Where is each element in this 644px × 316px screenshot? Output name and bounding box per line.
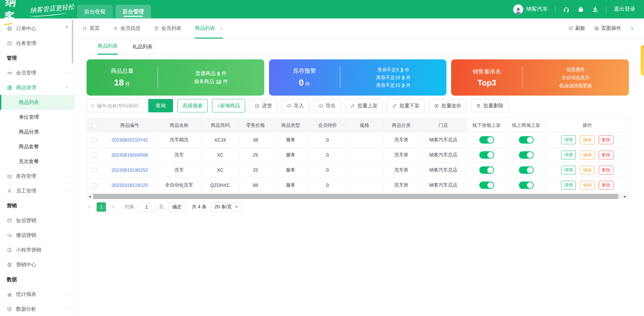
batch-offshelf-button[interactable]: 批量下架 — [387, 99, 425, 112]
tab-backend-admin[interactable]: 后台管理 — [115, 5, 151, 18]
monitor-chart-icon — [7, 306, 12, 312]
search-input[interactable] — [97, 103, 143, 108]
user-account[interactable]: 纳客汽车 — [513, 4, 548, 14]
sidebar-collapse-icon[interactable] — [64, 24, 69, 29]
sidebar-item-goods-list[interactable]: 商品列表 — [0, 95, 74, 110]
crumb-tab-member-list[interactable]: 会员列表 — [154, 18, 181, 38]
sidebar-scrollbar-thumb[interactable] — [72, 20, 73, 63]
crumb-tab-home[interactable]: 首页 — [82, 18, 100, 38]
prev-page-icon[interactable] — [87, 204, 92, 210]
row-checkbox[interactable] — [92, 153, 97, 158]
detail-button[interactable]: 详情 — [561, 136, 576, 144]
scroll-right-arrow-icon[interactable]: ► — [624, 195, 627, 198]
sidebar-item-staff-management[interactable]: 员工管理 — [0, 183, 74, 198]
offline-shelf-toggle[interactable] — [479, 181, 494, 189]
detail-button[interactable]: 详情 — [561, 151, 576, 159]
download-icon[interactable] — [592, 6, 599, 13]
goods-code-link[interactable]: 20230620110742 — [112, 137, 148, 143]
sidebar-item-goods-management[interactable]: 商品管理 — [0, 80, 74, 95]
online-shelf-toggle[interactable] — [519, 181, 534, 189]
sidebar-item-unit-management[interactable]: 单位管理 — [0, 110, 74, 124]
search-button[interactable]: 查询 — [148, 99, 173, 112]
topbar-right: 纳客汽车 退出登录 — [513, 4, 644, 14]
chevron-right-icon[interactable] — [630, 26, 635, 31]
lock-icon[interactable] — [577, 6, 584, 13]
offline-shelf-toggle[interactable] — [479, 136, 494, 144]
wechat-icon — [7, 232, 12, 238]
batch-price-button[interactable]: 批量改价 — [429, 99, 467, 112]
goods-code-link[interactable]: 20230619204508 — [111, 152, 148, 158]
per-page-select[interactable]: 20 条/页 — [211, 202, 241, 212]
delete-button[interactable]: 删除 — [599, 136, 613, 144]
batch-onshelf-button[interactable]: 批量上架 — [345, 99, 383, 112]
chevron-right-icon — [65, 307, 69, 311]
edit-button[interactable]: 编辑 — [580, 166, 595, 174]
sidebar-item-statistics-report[interactable]: 统计报表 — [0, 287, 74, 302]
sidebar-item-marketing-center[interactable]: 营销中心 — [0, 257, 74, 272]
scroll-left-arrow-icon[interactable]: ◄ — [88, 195, 92, 198]
sidebar-item-task-management[interactable]: 任务管理 — [0, 36, 74, 51]
delete-button[interactable]: 删除 — [599, 151, 613, 159]
offline-shelf-toggle[interactable] — [479, 166, 494, 174]
online-shelf-toggle[interactable] — [519, 151, 534, 159]
batch-delete-button[interactable]: 批量删除 — [471, 99, 508, 112]
sidebar-item-sms-marketing[interactable]: 短信营销 — [0, 213, 74, 228]
tab-gift-list[interactable]: 礼品列表 — [132, 44, 153, 54]
row-checkbox[interactable] — [92, 183, 97, 188]
confirm-button[interactable]: 确定 — [168, 202, 186, 212]
online-shelf-toggle[interactable] — [519, 166, 534, 174]
close-icon[interactable]: × — [220, 25, 223, 31]
edit-button[interactable]: 编辑 — [580, 151, 595, 159]
sidebar-item-goods-category[interactable]: 商品分类 — [0, 124, 74, 139]
breadcrumb-bar: 首页 会员信息 会员列表 商品列表 × 刷新 — [75, 18, 644, 39]
chevron-right-icon — [65, 189, 69, 193]
current-page-button[interactable]: 1 — [97, 202, 106, 212]
avatar — [513, 4, 523, 14]
edit-button[interactable]: 编辑 — [580, 181, 595, 190]
main-area: 首页 会员信息 会员列表 商品列表 × 刷新 — [75, 18, 644, 316]
delete-button[interactable]: 删除 — [599, 166, 613, 174]
customer-service-icon[interactable] — [563, 6, 570, 13]
select-all-checkbox[interactable] — [92, 123, 97, 128]
page-operations-button[interactable]: 页面操作 — [594, 25, 621, 32]
offline-shelf-toggle[interactable] — [479, 151, 494, 159]
sidebar-item-data-analysis[interactable]: 数据分析 — [0, 302, 74, 316]
crumb-tab-goods-list[interactable]: 商品列表 × — [195, 19, 223, 39]
row-checkbox[interactable] — [92, 138, 97, 143]
card-value: 18件 — [87, 77, 158, 88]
chevron-right-icon — [65, 174, 69, 178]
sidebar-item-miniprogram-marketing[interactable]: 小程序营销 — [0, 243, 74, 257]
cloud-download-icon — [318, 103, 323, 108]
crumb-label: 会员信息 — [120, 25, 141, 32]
delete-button[interactable]: 删除 — [599, 181, 613, 190]
crumb-tab-member-info[interactable]: 会员信息 — [113, 18, 141, 38]
refresh-label: 刷新 — [575, 25, 585, 32]
purchase-button[interactable]: 进货 — [250, 99, 277, 112]
tab-front-cashier[interactable]: 前台收银 — [77, 5, 113, 18]
edit-button[interactable]: 编辑 — [580, 136, 595, 144]
goto-page-input[interactable] — [137, 202, 156, 212]
scrollbar-thumb[interactable] — [93, 194, 618, 199]
row-checkbox[interactable] — [92, 168, 97, 173]
next-page-icon[interactable] — [111, 204, 116, 210]
detail-button[interactable]: 详情 — [561, 166, 576, 174]
tab-goods-list[interactable]: 商品列表 — [98, 43, 118, 55]
side-floating-tab[interactable] — [641, 45, 644, 75]
horizontal-scrollbar[interactable]: ◄ ► — [87, 194, 629, 199]
sidebar-item-wechat-marketing[interactable]: 微信营销 — [0, 228, 74, 243]
export-button[interactable]: 导出 — [313, 99, 341, 112]
chevron-right-icon — [65, 292, 69, 296]
goods-code-link[interactable]: 20220318124225 — [111, 182, 148, 188]
goods-code-link[interactable]: 20230619190252 — [111, 167, 148, 173]
sidebar-item-goods-package[interactable]: 商品套餐 — [0, 139, 74, 154]
add-goods-button[interactable]: +新增商品 — [212, 99, 245, 112]
import-button[interactable]: 导入 — [281, 99, 309, 112]
refresh-button[interactable]: 刷新 — [568, 25, 585, 32]
sidebar-item-inventory-management[interactable]: 库存管理 — [0, 169, 74, 183]
detail-button[interactable]: 详情 — [561, 181, 576, 190]
sidebar-item-member-management[interactable]: 会员管理 — [0, 65, 74, 80]
logout-button[interactable]: 退出登录 — [614, 6, 635, 13]
sidebar-item-recharge-package[interactable]: 充次套餐 — [0, 154, 74, 169]
online-shelf-toggle[interactable] — [519, 136, 534, 144]
advanced-search-button[interactable]: 高级搜索 — [177, 99, 208, 112]
